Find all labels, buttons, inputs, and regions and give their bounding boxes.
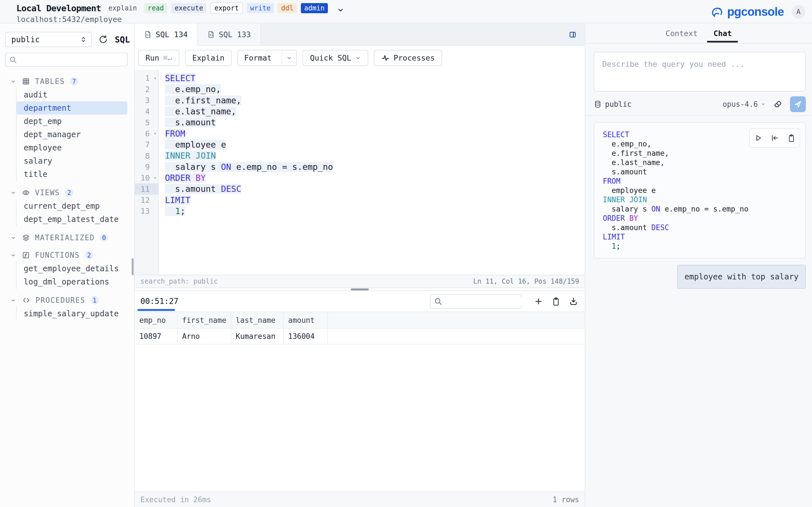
column-header-last_name[interactable]: last_name — [231, 312, 284, 328]
results-search[interactable] — [430, 294, 522, 309]
gutter-line-10: 10▾ — [135, 172, 158, 183]
tab-chat[interactable]: Chat — [713, 23, 732, 43]
sql-mode-label[interactable]: SQL — [115, 35, 130, 45]
tree-item-department[interactable]: department — [17, 101, 128, 115]
editor-code[interactable]: SELECT e.emp_no, e.first_name, e.last_na… — [159, 70, 585, 275]
sidebar-search-input[interactable] — [20, 55, 124, 64]
sql-token — [190, 173, 195, 183]
section-header-functions[interactable]: FUNCTIONS2 — [0, 249, 134, 262]
assistant-code-line-4: e.last_name, — [603, 158, 805, 167]
results-tab-timer[interactable]: 00:51:27 — [140, 291, 179, 312]
editor-tab-sql-133[interactable]: SQL 133 — [198, 23, 261, 45]
permission-tag-admin[interactable]: admin — [301, 3, 328, 13]
tree-item-log_dml_operations[interactable]: log_dml_operations — [17, 275, 128, 288]
gutter-line-4: 4 — [135, 106, 158, 117]
run-snippet-play-icon[interactable] — [754, 134, 762, 142]
assistant-code-line-8: INNER JOIN — [603, 195, 805, 205]
tree-item-employee[interactable]: employee — [17, 141, 128, 154]
editor-tab-label: SQL 134 — [156, 30, 188, 39]
column-header-emp_no[interactable]: emp_no — [135, 312, 177, 328]
sql-token: DESC — [651, 223, 669, 232]
permission-tag-export[interactable]: export — [210, 3, 243, 14]
fold-caret-icon[interactable]: ▾ — [154, 175, 156, 180]
context-schema[interactable]: public — [594, 100, 631, 108]
tab-context[interactable]: Context — [666, 23, 698, 43]
editor-tab-sql-134[interactable]: SQL 134 — [135, 23, 198, 46]
format-label[interactable]: Format — [238, 50, 278, 65]
prompt-card — [594, 52, 806, 92]
sql-token: e.first_name, — [603, 149, 669, 158]
avatar[interactable]: A — [792, 5, 805, 18]
chevron-down-icon[interactable] — [10, 297, 16, 303]
add-tab-icon[interactable] — [534, 297, 543, 306]
table-row[interactable]: 10897ArnoKumaresan136004 — [135, 328, 585, 344]
insert-into-editor-icon[interactable] — [770, 134, 779, 142]
tree-item-current_dept_emp[interactable]: current_dept_emp — [17, 200, 128, 213]
format-button[interactable]: Format — [238, 50, 297, 66]
column-header-amount[interactable]: amount — [284, 312, 328, 328]
section-header-views[interactable]: VIEWS2 — [0, 186, 134, 199]
refresh-icon[interactable] — [98, 35, 108, 44]
section-header-materialized[interactable]: MATERIALIZED0 — [0, 231, 134, 244]
section-header-procedures[interactable]: PROCEDURES1 — [0, 294, 134, 306]
code-line-9: salary s ON e.emp_no = s.emp_no — [165, 161, 585, 172]
model-select[interactable]: opus-4.6 — [723, 100, 766, 108]
chevron-down-icon[interactable] — [10, 235, 16, 241]
copy-snippet-icon[interactable] — [787, 134, 796, 142]
sql-token: BY — [195, 173, 206, 183]
tree-item-simple_salary_update[interactable]: simple_salary_update — [17, 307, 128, 320]
line-number: 1 — [145, 74, 150, 82]
sql-token: INNER JOIN — [603, 195, 647, 204]
sql-editor[interactable]: 1▾23456▾78910▾111213 SELECT e.emp_no, e.… — [135, 70, 585, 275]
tree-item-dept_emp_latest_date[interactable]: dept_emp_latest_date — [17, 213, 128, 226]
permission-tag-write[interactable]: write — [247, 3, 274, 13]
tab-chat-label: Chat — [713, 29, 732, 38]
tree-item-audit[interactable]: audit — [17, 88, 128, 101]
copy-results-icon[interactable] — [552, 297, 560, 306]
chevron-down-icon[interactable] — [10, 189, 16, 196]
permission-tag-execute[interactable]: execute — [171, 3, 206, 13]
sidebar-search[interactable] — [5, 53, 128, 66]
tree-item-get_employee_details[interactable]: get_employee_details — [17, 262, 128, 275]
sql-file-icon — [207, 30, 215, 39]
chevron-down-icon[interactable] — [337, 6, 344, 14]
processes-button[interactable]: Processes — [374, 50, 442, 66]
divider-drag-handle[interactable] — [351, 288, 369, 290]
section-header-tables[interactable]: TABLES7 — [0, 75, 134, 88]
chevron-down-icon[interactable] — [10, 252, 16, 258]
chevron-down-icon[interactable] — [10, 78, 16, 84]
prompt-input[interactable] — [594, 52, 805, 91]
sidebar-scrollbar[interactable] — [132, 258, 134, 275]
code-card-toolbar — [749, 128, 800, 148]
toggle-right-panel-button[interactable] — [567, 29, 578, 41]
tree-item-title[interactable]: title — [17, 168, 128, 181]
schema-select[interactable]: public — [5, 32, 92, 47]
run-button[interactable]: Run ⌘↵ — [138, 50, 179, 66]
column-header-first_name[interactable]: first_name — [177, 312, 231, 328]
tree-item-dept_manager[interactable]: dept_manager — [17, 128, 128, 141]
explain-button[interactable]: Explain — [185, 50, 232, 66]
assistant-code-line-3: e.first_name, — [603, 149, 805, 158]
quick-sql-button[interactable]: Quick SQL — [303, 50, 368, 66]
permission-tag-read[interactable]: read — [144, 3, 167, 13]
section-count-badge: 2 — [65, 188, 73, 197]
permission-tag-ddl[interactable]: ddl — [278, 3, 297, 13]
tree-item-dept_emp[interactable]: dept_emp — [17, 115, 128, 128]
results-search-input[interactable] — [445, 297, 540, 305]
fold-caret-icon[interactable]: ▾ — [154, 131, 156, 136]
send-button[interactable] — [790, 96, 806, 112]
sql-token — [603, 242, 612, 250]
format-chevron-down-icon[interactable] — [282, 50, 296, 65]
tree-item-salary[interactable]: salary — [17, 154, 128, 168]
code-line-11: s.amount DESC — [165, 183, 585, 194]
line-number: 11 — [140, 185, 150, 193]
sql-token: ORDER — [603, 214, 625, 223]
table-icon — [22, 77, 30, 86]
permission-tag-explain[interactable]: explain — [108, 3, 140, 13]
sql-token: SELECT — [165, 73, 195, 83]
section-label: TABLES — [35, 77, 65, 86]
fold-caret-icon[interactable]: ▾ — [154, 76, 156, 81]
download-results-icon[interactable] — [569, 297, 578, 306]
clear-chat-eraser-icon[interactable] — [773, 100, 783, 109]
sql-token: 1 — [175, 206, 180, 216]
